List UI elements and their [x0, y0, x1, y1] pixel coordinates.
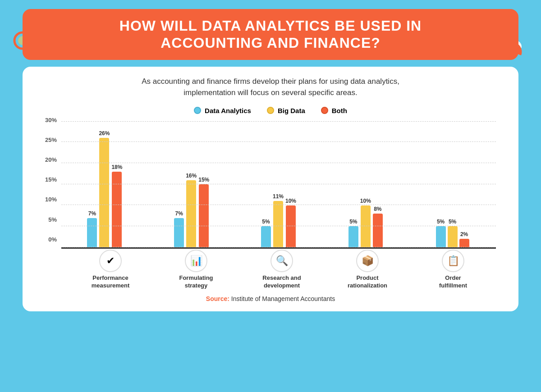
bar-4-0	[436, 226, 446, 247]
bar-wrapper-2-2: 10%	[285, 121, 296, 247]
bar-wrapper-1-2: 15%	[198, 121, 209, 247]
bar-0-2	[112, 172, 122, 247]
bar-value-2-1: 11%	[273, 193, 284, 200]
legend-dot-blue	[194, 107, 201, 114]
bar-wrapper-1-1: 16%	[186, 121, 197, 247]
bar-wrapper-4-2: 2%	[459, 121, 469, 247]
icon-label-item-2: 🔍Research anddevelopment	[239, 250, 325, 290]
bar-1-1	[186, 180, 196, 247]
bar-wrapper-2-0: 5%	[261, 121, 271, 247]
icon-label-item-1: 📊Formulatingstrategy	[153, 250, 239, 290]
legend-both: Both	[321, 107, 347, 114]
white-card: As accounting and finance firms develop …	[23, 67, 518, 311]
bar-value-1-1: 16%	[186, 173, 197, 179]
y-label-25: 25%	[45, 137, 57, 143]
bar-4-1	[448, 226, 458, 247]
bar-2-1	[273, 201, 283, 247]
bar-wrapper-1-0: 7%	[174, 121, 184, 247]
y-label-20: 20%	[45, 156, 57, 163]
main-container: HOW WILL DATA ANALYTICS BE USED IN ACCOU…	[14, 0, 527, 311]
baseline	[61, 247, 496, 249]
legend-dot-yellow	[267, 107, 274, 114]
source-label: Source:	[206, 295, 229, 302]
bar-groups-container: 7%26%18%7%16%15%5%11%10%5%10%8%5%5%2%	[61, 121, 496, 247]
bar-wrapper-3-0: 5%	[348, 121, 358, 247]
y-label-30: 30%	[45, 117, 57, 123]
icon-label-text-3: Productrationalization	[348, 274, 387, 290]
bar-value-2-0: 5%	[262, 219, 270, 225]
bar-wrapper-0-2: 18%	[111, 121, 122, 247]
legend-label-big-data: Big Data	[278, 107, 305, 114]
icon-labels-container: ✔Performancemeasurement📊Formulatingstrat…	[68, 250, 496, 290]
bar-4-2	[459, 239, 469, 247]
header-title: HOW WILL DATA ANALYTICS BE USED IN ACCOU…	[41, 17, 500, 52]
bar-value-4-0: 5%	[437, 219, 445, 225]
header-banner: HOW WILL DATA ANALYTICS BE USED IN ACCOU…	[23, 9, 518, 60]
legend-data-analytics: Data Analytics	[194, 107, 251, 114]
bar-value-4-1: 5%	[449, 219, 456, 225]
legend-big-data: Big Data	[267, 107, 305, 114]
icon-0: ✔	[99, 250, 122, 272]
bar-wrapper-3-2: 8%	[373, 121, 383, 247]
bar-group-1: 7%16%15%	[148, 121, 235, 247]
bar-group-2: 5%11%10%	[235, 121, 322, 247]
icon-label-text-1: Formulatingstrategy	[179, 274, 213, 290]
icon-label-text-2: Research anddevelopment	[262, 274, 301, 290]
icon-label-text-4: Orderfulfillment	[439, 274, 467, 290]
bar-wrapper-2-1: 11%	[273, 121, 284, 247]
bar-value-1-0: 7%	[175, 210, 183, 217]
icon-label-item-0: ✔Performancemeasurement	[68, 250, 153, 290]
legend-label-both: Both	[332, 107, 347, 114]
bar-value-0-1: 26%	[99, 130, 110, 137]
icon-label-item-4: 📋Orderfulfillment	[410, 250, 496, 290]
bar-wrapper-0-1: 26%	[99, 121, 110, 247]
bar-wrapper-4-0: 5%	[436, 121, 446, 247]
bar-value-3-2: 8%	[374, 206, 381, 212]
bar-0-0	[87, 218, 97, 247]
icon-2: 🔍	[270, 250, 293, 272]
bar-1-2	[199, 184, 209, 247]
bar-3-1	[361, 205, 371, 247]
bar-group-3: 5%10%8%	[322, 121, 409, 247]
y-label-10: 10%	[45, 196, 57, 203]
icon-label-item-3: 📦Productrationalization	[325, 250, 410, 290]
legend-dot-orange	[321, 107, 328, 114]
bar-value-3-0: 5%	[349, 219, 357, 225]
icon-3: 📦	[356, 250, 379, 272]
subtitle: As accounting and finance firms develop …	[41, 76, 500, 99]
icon-1: 📊	[185, 250, 207, 272]
bar-value-3-1: 10%	[360, 198, 371, 204]
bar-value-0-0: 7%	[88, 210, 96, 217]
bar-2-2	[286, 205, 296, 247]
y-label-0: 0%	[48, 236, 57, 243]
bar-value-2-2: 10%	[285, 198, 296, 204]
bar-3-2	[373, 214, 383, 247]
bar-0-1	[99, 138, 109, 247]
legend-label-data-analytics: Data Analytics	[205, 107, 251, 114]
bar-value-1-2: 15%	[198, 177, 209, 183]
bar-1-0	[174, 218, 184, 247]
source-text: Institute of Management Accountants	[231, 295, 335, 302]
legend: Data Analytics Big Data Both	[41, 107, 500, 114]
bar-wrapper-3-1: 10%	[360, 121, 371, 247]
bar-3-0	[348, 226, 358, 247]
bar-2-0	[261, 226, 271, 247]
bar-value-0-2: 18%	[111, 164, 122, 170]
bar-group-4: 5%5%2%	[409, 121, 496, 247]
icon-label-text-0: Performancemeasurement	[92, 274, 130, 290]
bar-value-4-2: 2%	[460, 231, 468, 237]
y-label-5: 5%	[48, 216, 57, 223]
source-footer: Source: Institute of Management Accounta…	[41, 295, 500, 302]
icon-4: 📋	[442, 250, 464, 272]
y-label-15: 15%	[45, 176, 57, 183]
bar-wrapper-0-0: 7%	[87, 121, 97, 247]
bar-wrapper-4-1: 5%	[448, 121, 458, 247]
bar-group-0: 7%26%18%	[61, 121, 148, 247]
y-axis: 30% 25% 20% 15% 10% 5% 0%	[45, 117, 57, 243]
